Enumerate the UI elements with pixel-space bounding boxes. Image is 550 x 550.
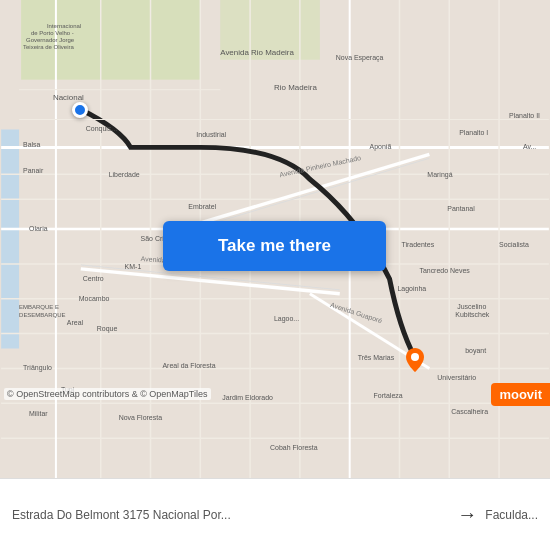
svg-text:Balsa: Balsa	[23, 141, 41, 148]
svg-text:Planalto II: Planalto II	[509, 112, 540, 119]
svg-text:Embratel: Embratel	[188, 203, 216, 210]
svg-text:Internacional: Internacional	[47, 23, 81, 29]
svg-text:Areal da Floresta: Areal da Floresta	[162, 362, 215, 369]
svg-text:Socialista: Socialista	[499, 241, 529, 248]
svg-text:Panair: Panair	[23, 167, 44, 174]
destination-marker	[406, 348, 424, 372]
svg-text:Universitário: Universitário	[437, 374, 476, 381]
svg-text:boyant: boyant	[465, 347, 486, 355]
svg-text:Centro: Centro	[83, 275, 104, 282]
svg-text:Jardim Eldorado: Jardim Eldorado	[222, 394, 273, 401]
take-me-there-button[interactable]: Take me there	[163, 221, 386, 271]
svg-text:Cobah Floresta: Cobah Floresta	[270, 444, 318, 451]
bottom-bar: Estrada Do Belmont 3175 Nacional Por... …	[0, 478, 550, 550]
map-attribution: © OpenStreetMap contributors & © OpenMap…	[4, 388, 211, 400]
svg-text:de Porto Velho -: de Porto Velho -	[31, 30, 74, 36]
svg-rect-1	[1, 129, 19, 348]
svg-text:Kubitschek: Kubitschek	[455, 311, 490, 318]
svg-text:Maringá: Maringá	[427, 171, 452, 179]
to-location: Faculda...	[485, 508, 538, 522]
svg-text:Av...: Av...	[523, 143, 536, 150]
svg-text:Cascalheira: Cascalheira	[451, 408, 488, 415]
svg-text:Lagoinha: Lagoinha	[397, 285, 426, 293]
svg-text:Conquis...: Conquis...	[86, 125, 117, 133]
svg-text:Industlrial: Industlrial	[196, 131, 226, 138]
map-area: Nacional Conquis... Balsa Panair Liberda…	[0, 0, 550, 478]
svg-text:Rio Madeira: Rio Madeira	[274, 83, 317, 92]
svg-point-82	[411, 353, 419, 361]
svg-text:Tiradentes: Tiradentes	[401, 241, 434, 248]
svg-text:Teixeira de Oliveira: Teixeira de Oliveira	[23, 44, 74, 50]
main-container: Nacional Conquis... Balsa Panair Liberda…	[0, 0, 550, 550]
svg-text:Liberdade: Liberdade	[109, 171, 140, 178]
direction-arrow-icon: →	[457, 503, 477, 526]
svg-text:Areal: Areal	[67, 319, 84, 326]
svg-text:Planalto I: Planalto I	[459, 129, 488, 136]
svg-text:DESEMBARQUE: DESEMBARQUE	[19, 312, 65, 318]
svg-text:Avenida Rio Madeira: Avenida Rio Madeira	[220, 48, 294, 57]
svg-text:Roque: Roque	[97, 325, 118, 333]
svg-text:Militar: Militar	[29, 410, 48, 417]
svg-text:Lagoo...: Lagoo...	[274, 315, 299, 323]
svg-text:Três Marias: Três Marias	[358, 354, 395, 361]
svg-text:Aponiã: Aponiã	[370, 143, 392, 151]
svg-text:Triângulo: Triângulo	[23, 364, 52, 372]
svg-text:Juscelino: Juscelino	[457, 303, 486, 310]
from-label: Estrada Do Belmont 3175 Nacional Por...	[12, 508, 449, 522]
svg-text:Governador Jorge: Governador Jorge	[26, 37, 75, 43]
origin-marker	[72, 102, 88, 118]
svg-text:Nova Floresta: Nova Floresta	[119, 414, 163, 421]
svg-text:Nacional: Nacional	[53, 93, 84, 102]
svg-text:Mocambo: Mocambo	[79, 295, 110, 302]
svg-text:Olaria: Olaria	[29, 225, 48, 232]
to-label: Faculda...	[485, 508, 538, 522]
svg-text:Tancredo Neves: Tancredo Neves	[419, 267, 470, 274]
from-location: Estrada Do Belmont 3175 Nacional Por...	[12, 508, 449, 522]
svg-text:Pantanal: Pantanal	[447, 205, 475, 212]
svg-text:Fortaleza: Fortaleza	[374, 392, 403, 399]
svg-text:Nova Esperaça: Nova Esperaça	[336, 54, 384, 62]
moovit-logo: moovit	[491, 383, 550, 406]
svg-text:EMBARQUE E: EMBARQUE E	[19, 304, 59, 310]
svg-text:KM-1: KM-1	[125, 263, 142, 270]
